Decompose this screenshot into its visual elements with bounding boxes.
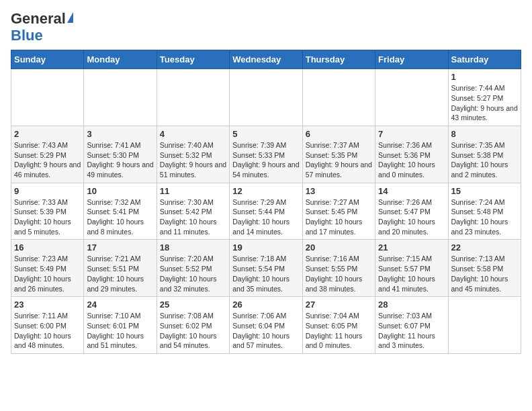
calendar-cell: 7Sunrise: 7:36 AMSunset: 5:36 PMDaylight… [375, 126, 448, 183]
day-info: Sunrise: 7:30 AMSunset: 5:42 PMDaylight:… [160, 197, 226, 237]
day-number: 3 [87, 129, 153, 139]
day-number: 4 [160, 129, 226, 139]
logo: General Blue [11, 11, 73, 44]
calendar-cell [11, 69, 84, 126]
day-info: Sunrise: 7:24 AMSunset: 5:48 PMDaylight:… [451, 197, 518, 237]
calendar-cell: 5Sunrise: 7:39 AMSunset: 5:33 PMDaylight… [230, 126, 302, 183]
day-info: Sunrise: 7:32 AMSunset: 5:41 PMDaylight:… [87, 197, 153, 237]
day-info: Sunrise: 7:23 AMSunset: 5:49 PMDaylight:… [14, 254, 81, 293]
day-info: Sunrise: 7:08 AMSunset: 6:02 PMDaylight:… [160, 311, 226, 351]
calendar-cell [157, 69, 229, 126]
day-number: 2 [14, 129, 81, 139]
calendar-week-row: 1Sunrise: 7:44 AMSunset: 5:27 PMDaylight… [11, 69, 521, 126]
calendar-cell: 8Sunrise: 7:35 AMSunset: 5:38 PMDaylight… [448, 126, 521, 183]
calendar-table: SundayMondayTuesdayWednesdayThursdayFrid… [11, 50, 521, 354]
weekday-header: Tuesday [157, 50, 229, 69]
calendar-week-row: 16Sunrise: 7:23 AMSunset: 5:49 PMDayligh… [11, 240, 521, 297]
calendar-cell: 10Sunrise: 7:32 AMSunset: 5:41 PMDayligh… [84, 183, 157, 240]
day-info: Sunrise: 7:35 AMSunset: 5:38 PMDaylight:… [451, 140, 518, 180]
weekday-header: Monday [84, 50, 157, 69]
day-number: 24 [87, 300, 153, 310]
day-number: 25 [160, 300, 226, 310]
day-info: Sunrise: 7:39 AMSunset: 5:33 PMDaylight:… [232, 140, 299, 180]
day-number: 14 [378, 186, 445, 196]
calendar-cell: 23Sunrise: 7:11 AMSunset: 6:00 PMDayligh… [11, 297, 84, 354]
weekday-header: Friday [375, 50, 448, 69]
calendar-cell: 17Sunrise: 7:21 AMSunset: 5:51 PMDayligh… [84, 240, 157, 297]
calendar-cell [302, 69, 375, 126]
calendar-cell [375, 69, 448, 126]
day-info: Sunrise: 7:33 AMSunset: 5:39 PMDaylight:… [14, 197, 81, 237]
calendar-cell: 3Sunrise: 7:41 AMSunset: 5:30 PMDaylight… [84, 126, 157, 183]
day-number: 16 [14, 242, 81, 253]
day-info: Sunrise: 7:10 AMSunset: 6:01 PMDaylight:… [87, 311, 153, 351]
calendar-cell: 15Sunrise: 7:24 AMSunset: 5:48 PMDayligh… [448, 183, 521, 240]
day-number: 6 [306, 129, 372, 139]
day-number: 1 [451, 72, 518, 82]
day-info: Sunrise: 7:16 AMSunset: 5:55 PMDaylight:… [306, 254, 372, 293]
day-info: Sunrise: 7:26 AMSunset: 5:47 PMDaylight:… [378, 197, 445, 237]
day-info: Sunrise: 7:27 AMSunset: 5:45 PMDaylight:… [306, 197, 372, 237]
day-info: Sunrise: 7:18 AMSunset: 5:54 PMDaylight:… [232, 254, 299, 293]
calendar-cell: 1Sunrise: 7:44 AMSunset: 5:27 PMDaylight… [448, 69, 521, 126]
calendar-cell: 13Sunrise: 7:27 AMSunset: 5:45 PMDayligh… [302, 183, 375, 240]
calendar-cell [84, 69, 157, 126]
day-info: Sunrise: 7:29 AMSunset: 5:44 PMDaylight:… [232, 197, 299, 237]
calendar-header-row: SundayMondayTuesdayWednesdayThursdayFrid… [11, 50, 521, 69]
logo-general-text: General [11, 11, 66, 27]
day-info: Sunrise: 7:36 AMSunset: 5:36 PMDaylight:… [378, 140, 445, 180]
calendar-cell: 20Sunrise: 7:16 AMSunset: 5:55 PMDayligh… [302, 240, 375, 297]
day-number: 10 [87, 186, 153, 196]
weekday-header: Thursday [302, 50, 375, 69]
calendar-cell: 9Sunrise: 7:33 AMSunset: 5:39 PMDaylight… [11, 183, 84, 240]
day-info: Sunrise: 7:06 AMSunset: 6:04 PMDaylight:… [232, 311, 299, 351]
calendar-cell: 14Sunrise: 7:26 AMSunset: 5:47 PMDayligh… [375, 183, 448, 240]
calendar-cell: 24Sunrise: 7:10 AMSunset: 6:01 PMDayligh… [84, 297, 157, 354]
calendar-cell: 11Sunrise: 7:30 AMSunset: 5:42 PMDayligh… [157, 183, 229, 240]
calendar-cell: 27Sunrise: 7:04 AMSunset: 6:05 PMDayligh… [302, 297, 375, 354]
calendar-cell: 12Sunrise: 7:29 AMSunset: 5:44 PMDayligh… [230, 183, 302, 240]
calendar-cell: 21Sunrise: 7:15 AMSunset: 5:57 PMDayligh… [375, 240, 448, 297]
calendar-week-row: 23Sunrise: 7:11 AMSunset: 6:00 PMDayligh… [11, 297, 521, 354]
day-number: 28 [378, 300, 445, 310]
day-number: 17 [87, 242, 153, 253]
day-info: Sunrise: 7:11 AMSunset: 6:00 PMDaylight:… [14, 311, 81, 351]
day-number: 9 [14, 186, 81, 196]
day-number: 11 [160, 186, 226, 196]
day-number: 13 [306, 186, 372, 196]
calendar-cell: 4Sunrise: 7:40 AMSunset: 5:32 PMDaylight… [157, 126, 229, 183]
calendar-week-row: 2Sunrise: 7:43 AMSunset: 5:29 PMDaylight… [11, 126, 521, 183]
day-number: 5 [232, 129, 299, 139]
calendar-cell: 16Sunrise: 7:23 AMSunset: 5:49 PMDayligh… [11, 240, 84, 297]
calendar-cell: 2Sunrise: 7:43 AMSunset: 5:29 PMDaylight… [11, 126, 84, 183]
logo-triangle-icon [67, 12, 73, 23]
day-number: 22 [451, 242, 518, 253]
weekday-header: Wednesday [230, 50, 302, 69]
day-info: Sunrise: 7:15 AMSunset: 5:57 PMDaylight:… [378, 254, 445, 293]
day-number: 21 [378, 242, 445, 253]
day-number: 23 [14, 300, 81, 310]
day-number: 8 [451, 129, 518, 139]
logo-blue-text: Blue [11, 27, 43, 44]
day-info: Sunrise: 7:40 AMSunset: 5:32 PMDaylight:… [160, 140, 226, 180]
day-number: 26 [232, 300, 299, 310]
day-info: Sunrise: 7:41 AMSunset: 5:30 PMDaylight:… [87, 140, 153, 180]
day-info: Sunrise: 7:44 AMSunset: 5:27 PMDaylight:… [451, 83, 518, 123]
day-number: 12 [232, 186, 299, 196]
calendar-cell [448, 297, 521, 354]
day-info: Sunrise: 7:21 AMSunset: 5:51 PMDaylight:… [87, 254, 153, 293]
calendar-week-row: 9Sunrise: 7:33 AMSunset: 5:39 PMDaylight… [11, 183, 521, 240]
calendar-cell [230, 69, 302, 126]
weekday-header: Sunday [11, 50, 84, 69]
calendar-cell: 28Sunrise: 7:03 AMSunset: 6:07 PMDayligh… [375, 297, 448, 354]
day-number: 18 [160, 242, 226, 253]
calendar-cell: 22Sunrise: 7:13 AMSunset: 5:58 PMDayligh… [448, 240, 521, 297]
calendar-cell: 19Sunrise: 7:18 AMSunset: 5:54 PMDayligh… [230, 240, 302, 297]
day-info: Sunrise: 7:03 AMSunset: 6:07 PMDaylight:… [378, 311, 445, 351]
day-number: 27 [306, 300, 372, 310]
page-header: General Blue [11, 11, 521, 44]
calendar-cell: 6Sunrise: 7:37 AMSunset: 5:35 PMDaylight… [302, 126, 375, 183]
day-number: 7 [378, 129, 445, 139]
day-info: Sunrise: 7:20 AMSunset: 5:52 PMDaylight:… [160, 254, 226, 293]
calendar-cell: 25Sunrise: 7:08 AMSunset: 6:02 PMDayligh… [157, 297, 229, 354]
